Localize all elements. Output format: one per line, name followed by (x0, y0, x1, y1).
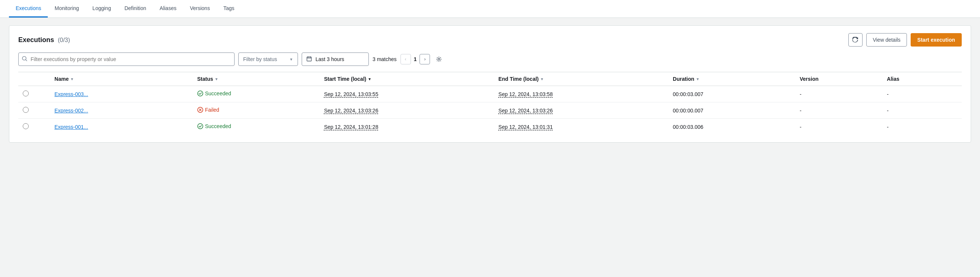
start-time: Sep 12, 2024, 13:03:55 (324, 91, 379, 97)
card-title-area: Executions (0/3) (18, 36, 70, 44)
filter-status-dropdown[interactable]: Filter by status ▼ (238, 52, 298, 66)
view-details-button[interactable]: View details (866, 33, 907, 46)
header-actions: View details Start execution (848, 33, 962, 46)
card-title: Executions (18, 36, 54, 44)
executions-card: Executions (0/3) View details Start exec… (9, 25, 971, 142)
version: - (795, 86, 882, 102)
matches-count: 3 matches (372, 56, 397, 62)
start-time: Sep 12, 2024, 13:01:28 (324, 124, 379, 130)
tab-aliases[interactable]: Aliases (153, 0, 183, 17)
svg-point-7 (198, 91, 203, 96)
execution-name-link[interactable]: Express-002... (54, 108, 88, 114)
col-header-end[interactable]: End Time (local) ▼ (494, 72, 669, 86)
col-header-check (18, 72, 50, 86)
svg-point-9 (198, 123, 203, 129)
execution-name-link[interactable]: Express-003... (54, 91, 88, 97)
col-version-label: Version (800, 76, 819, 82)
card-count: (0/3) (58, 37, 70, 43)
execution-name-link[interactable]: Express-001... (54, 124, 88, 130)
sort-end-icon: ▼ (540, 77, 544, 81)
gear-icon (436, 56, 442, 62)
col-name-label: Name (54, 76, 68, 82)
col-header-start[interactable]: Start Time (local) ▼ (320, 72, 494, 86)
tab-definition[interactable]: Definition (118, 0, 153, 17)
filter-status-label: Filter by status (243, 56, 277, 62)
alias: - (882, 102, 962, 119)
col-header-name[interactable]: Name ▼ (50, 72, 193, 86)
calendar-icon (307, 56, 312, 63)
top-nav: Executions Monitoring Logging Definition… (0, 0, 980, 18)
start-time: Sep 12, 2024, 13:03:26 (324, 108, 379, 114)
end-time: Sep 12, 2024, 13:03:58 (499, 91, 553, 97)
x-circle-icon (197, 107, 203, 113)
alias: - (882, 86, 962, 102)
card-header: Executions (0/3) View details Start exec… (18, 33, 962, 46)
next-page-button[interactable]: › (420, 54, 430, 65)
duration: 00:00:03.007 (668, 86, 795, 102)
col-end-label: End Time (local) (499, 76, 539, 82)
status-succeeded: Succeeded (197, 90, 231, 97)
sort-start-icon: ▼ (368, 77, 371, 81)
filter-time-dropdown[interactable]: Last 3 hours (302, 52, 369, 66)
version: - (795, 119, 882, 135)
tab-monitoring[interactable]: Monitoring (48, 0, 85, 17)
status-failed: Failed (197, 107, 219, 113)
row-radio[interactable] (23, 90, 29, 97)
sort-name-icon: ▼ (70, 77, 74, 81)
svg-line-1 (26, 60, 27, 61)
tab-tags[interactable]: Tags (217, 0, 241, 17)
tab-executions[interactable]: Executions (9, 0, 48, 17)
filter-row: Filter by status ▼ Last 3 hours 3 matche… (18, 52, 962, 66)
sort-status-icon: ▼ (215, 77, 218, 81)
row-radio[interactable] (23, 123, 29, 129)
row-radio[interactable] (23, 107, 29, 113)
end-time: Sep 12, 2024, 13:01:31 (499, 124, 553, 130)
current-page: 1 (412, 56, 418, 62)
main-content: Executions (0/3) View details Start exec… (0, 18, 980, 150)
svg-rect-2 (307, 57, 311, 61)
table-row: Express-002... FailedSep 12, 2024, 13:03… (18, 102, 962, 119)
check-circle-icon (197, 90, 203, 97)
check-circle-icon (197, 123, 203, 129)
version: - (795, 102, 882, 119)
alias: - (882, 119, 962, 135)
start-execution-button[interactable]: Start execution (911, 33, 962, 46)
col-alias-label: Alias (887, 76, 899, 82)
col-header-duration[interactable]: Duration ▼ (668, 72, 795, 86)
sort-duration-icon: ▼ (696, 77, 700, 81)
table-row: Express-001... SucceededSep 12, 2024, 13… (18, 119, 962, 135)
duration: 00:00:00.007 (668, 102, 795, 119)
executions-table: Name ▼ Status ▼ Start Time (local) (18, 72, 962, 135)
tab-versions[interactable]: Versions (183, 0, 217, 17)
pagination: ‹ 1 › (401, 54, 430, 65)
col-header-alias: Alias (882, 72, 962, 86)
tab-logging[interactable]: Logging (86, 0, 118, 17)
refresh-icon (853, 37, 858, 43)
svg-point-6 (438, 59, 440, 60)
search-input[interactable] (18, 52, 235, 66)
search-wrapper (18, 52, 235, 66)
chevron-down-icon: ▼ (290, 57, 293, 62)
col-duration-label: Duration (673, 76, 694, 82)
time-filter-label: Last 3 hours (315, 56, 344, 62)
duration: 00:00:03.006 (668, 119, 795, 135)
search-icon (22, 56, 27, 63)
refresh-button[interactable] (848, 33, 862, 46)
end-time: Sep 12, 2024, 13:03:26 (499, 108, 553, 114)
status-succeeded: Succeeded (197, 123, 231, 129)
col-header-status[interactable]: Status ▼ (193, 72, 320, 86)
col-status-label: Status (197, 76, 213, 82)
prev-page-button[interactable]: ‹ (401, 54, 411, 65)
table-settings-button[interactable] (434, 54, 444, 65)
col-start-label: Start Time (local) (324, 76, 366, 82)
table-row: Express-003... SucceededSep 12, 2024, 13… (18, 86, 962, 102)
col-header-version: Version (795, 72, 882, 86)
